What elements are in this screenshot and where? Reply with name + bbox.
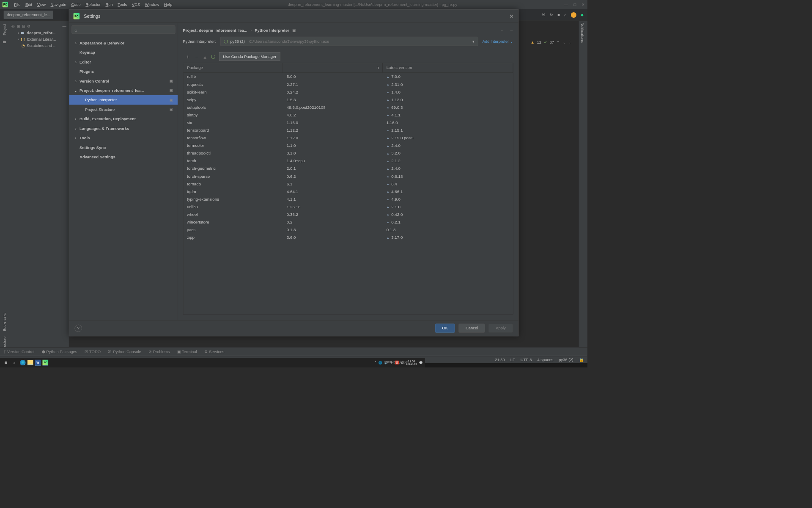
notif-tray-icon[interactable]: 💬 (419, 361, 422, 364)
tray-network-icon[interactable]: 🌐 (379, 361, 382, 364)
package-row[interactable]: torch-sparse0.6.2▲ 0.6.18 (183, 172, 513, 180)
settings-item-build-execution-deployment[interactable]: ›Build, Execution, Deployment (69, 114, 178, 124)
encoding[interactable]: UTF-8 (521, 357, 532, 362)
package-row[interactable]: yacs0.1.80.1.8 (183, 226, 513, 234)
settings-item-settings-sync[interactable]: Settings Sync (69, 143, 178, 152)
down-nav-icon[interactable]: ⌄ (562, 40, 566, 44)
menu-help[interactable]: Help (162, 2, 175, 7)
settings-search-input[interactable] (71, 25, 175, 34)
settings-item-advanced-settings[interactable]: Advanced Settings (69, 152, 178, 162)
package-row[interactable]: wheel0.36.2▲ 0.42.0 (183, 211, 513, 218)
more-icon[interactable]: ⋮ (568, 40, 572, 44)
tree-external-libs[interactable]: › ⫿⫿ External Librar... (9, 36, 69, 42)
menu-navigate[interactable]: Navigate (48, 2, 69, 7)
code-with-me-icon[interactable]: ◆ (581, 13, 584, 17)
pycharm-taskbar-icon[interactable]: PC (42, 360, 48, 366)
folder-stripe-icon[interactable]: 🖿 (3, 40, 6, 44)
conda-icon[interactable] (211, 54, 215, 60)
package-row[interactable]: scipy1.5.3▲ 1.12.0 (183, 96, 513, 103)
forward-icon[interactable]: → (509, 28, 513, 33)
package-row[interactable]: requests2.27.1▲ 2.31.0 (183, 80, 513, 88)
add-package-icon[interactable]: ＋ (185, 54, 190, 60)
hammer-icon[interactable]: ⚒ (542, 13, 546, 17)
add-interpreter-link[interactable]: Add Interpreter ⌄ (483, 39, 513, 44)
menu-refactor[interactable]: Refactor (83, 2, 103, 7)
indent[interactable]: 4 spaces (537, 357, 553, 362)
package-row[interactable]: tensorflow1.12.0▲ 2.15.0.post1 (183, 134, 513, 142)
package-row[interactable]: termcolor1.1.0▲ 2.4.0 (183, 142, 513, 149)
menu-run[interactable]: Run (103, 2, 115, 7)
menu-view[interactable]: View (35, 2, 48, 7)
reset-icon[interactable]: ▣ (292, 28, 296, 33)
tree-root[interactable]: › 🖿 deeprm_refor... (9, 30, 69, 36)
settings-item-appearance-behavior[interactable]: ›Appearance & Behavior (69, 38, 178, 47)
package-row[interactable]: tornado6.1▲ 6.4 (183, 180, 513, 188)
python-packages-tool[interactable]: ⬢ Python Packages (42, 349, 77, 354)
line-col[interactable]: 21:39 (495, 357, 505, 362)
package-row[interactable]: wincertstore0.2▲ 0.2.1 (183, 218, 513, 226)
menu-code[interactable]: Code (69, 2, 83, 7)
search-icon[interactable]: ⌕ (564, 13, 567, 17)
col-version[interactable]: n (283, 63, 383, 72)
word-icon[interactable]: W (35, 360, 41, 366)
package-row[interactable]: tqdm4.64.1▲ 4.66.1 (183, 188, 513, 195)
python-console-tool[interactable]: ⌘ Python Console (108, 349, 141, 354)
back-icon[interactable]: ← (500, 28, 504, 33)
menu-window[interactable]: Window (143, 2, 162, 7)
up-nav-icon[interactable]: ⌃ (557, 40, 560, 44)
package-row[interactable]: rdflib5.0.0▲ 7.0.0 (183, 73, 513, 80)
editor-tab[interactable]: deeprm_reforement_le... (4, 11, 53, 19)
chevron-down-icon[interactable]: ▾ (472, 39, 475, 44)
ok-button[interactable]: OK (435, 324, 455, 333)
package-row[interactable]: setuptools49.6.0.post20210108▲ 69.0.3 (183, 104, 513, 111)
stop-icon[interactable]: ■ (557, 13, 560, 17)
settings-item-tools[interactable]: ›Tools (69, 133, 178, 143)
package-row[interactable]: urllib31.26.16▲ 2.1.0 (183, 203, 513, 211)
interpreter-dropdown[interactable]: py36 (2) C:\Users\zl\anaconda3\envs\py36… (220, 37, 478, 46)
interpreter-status[interactable]: py36 (2) (559, 357, 573, 362)
settings-item-project-deeprm-reforement-lea-[interactable]: ⌄Project: deeprm_reforement_lea...▣ (69, 86, 178, 95)
settings-item-python-interpreter[interactable]: Python Interpreter▣ (69, 95, 178, 105)
package-row[interactable]: torch-geometric2.0.1▲ 2.4.0 (183, 165, 513, 172)
redo-run-icon[interactable]: ↻ (550, 13, 553, 17)
expand-all-icon[interactable]: ⊞ (17, 24, 20, 28)
line-sep[interactable]: LF (510, 357, 515, 362)
terminal-tool[interactable]: ▣ Terminal (177, 349, 197, 354)
package-row[interactable]: scikit-learn0.24.2▲ 1.4.0 (183, 88, 513, 96)
cancel-button[interactable]: Cancel (458, 324, 485, 333)
bookmarks-tool-button[interactable]: Bookmarks (2, 312, 6, 332)
menu-vcs[interactable]: VCS (129, 2, 143, 7)
package-row[interactable]: tensorboard1.12.2▲ 2.15.1 (183, 127, 513, 134)
edge-icon[interactable] (20, 360, 26, 366)
search-taskbar-icon[interactable]: ⌕ (11, 359, 18, 366)
settings-icon[interactable]: ⚙ (27, 24, 31, 28)
help-button[interactable]: ? (75, 324, 82, 331)
settings-item-editor[interactable]: ›Editor (69, 57, 178, 66)
settings-item-plugins[interactable]: Plugins (69, 67, 178, 76)
project-tool-button[interactable]: Project (2, 23, 6, 37)
problems-tool[interactable]: ⊘ Problems (148, 349, 170, 354)
notifications-tool-button[interactable]: Notifications (579, 21, 586, 44)
start-icon[interactable]: ⊞ (2, 359, 9, 366)
menu-file[interactable]: File (11, 2, 23, 7)
collapse-all-icon[interactable]: ⊟ (22, 24, 25, 28)
settings-item-project-structure[interactable]: Project Structure▣ (69, 105, 178, 114)
select-opened-icon[interactable]: ◎ (11, 24, 15, 28)
tray-chevron-icon[interactable]: ˄ (375, 361, 376, 364)
vcs-tool[interactable]: ᚶ Version Control (4, 349, 35, 354)
col-latest[interactable]: Latest version (383, 63, 513, 72)
package-row[interactable]: simpy4.0.2▲ 4.1.1 (183, 111, 513, 119)
package-row[interactable]: six1.16.01.16.0 (183, 119, 513, 127)
package-row[interactable]: zipp3.6.0▲ 3.17.0 (183, 234, 513, 241)
settings-item-version-control[interactable]: ›Version Control▣ (69, 76, 178, 86)
services-tool[interactable]: ⚙ Services (204, 349, 224, 354)
lock-icon[interactable]: 🔒 (579, 357, 584, 362)
settings-item-languages-frameworks[interactable]: ›Languages & Frameworks (69, 124, 178, 133)
col-package[interactable]: Package (183, 63, 283, 72)
inspections-widget[interactable]: ▲12 ✔37 ⌃⌄ ⋮ (531, 40, 572, 44)
avatar[interactable] (571, 12, 576, 18)
settings-item-keymap[interactable]: Keymap (69, 48, 178, 57)
minimize-icon[interactable]: — (564, 2, 568, 7)
close-window-icon[interactable]: ✕ (582, 2, 585, 7)
maximize-icon[interactable]: □ (573, 2, 576, 7)
